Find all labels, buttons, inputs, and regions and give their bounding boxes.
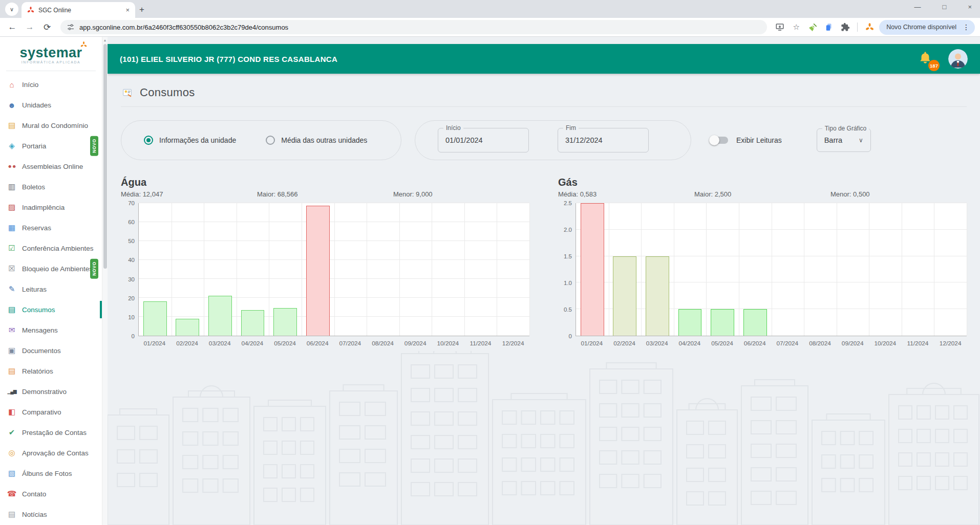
sidebar-item-documentos[interactable]: ▣Documentos xyxy=(0,340,102,361)
sidebar-item-label: Consumos xyxy=(22,306,55,314)
sidebar-item-mensagens[interactable]: ✉Mensagens xyxy=(0,320,102,340)
news-icon: ▤ xyxy=(7,510,17,519)
compare-icon: ◧ xyxy=(7,407,17,417)
tab-search-button[interactable]: ∨ xyxy=(5,3,18,16)
filters-bar: Informações da unidade Média das outras … xyxy=(121,120,967,160)
gridline-v xyxy=(641,203,642,336)
bar-04/2024 xyxy=(241,310,265,336)
browser-tab[interactable]: SGC Online × xyxy=(22,2,135,18)
sidebar-item-reservas[interactable]: ▦Reservas xyxy=(0,217,102,238)
gridline-v xyxy=(674,203,674,336)
chart-stat-menor: Menor: 0,500 xyxy=(830,190,967,198)
new-tab-button[interactable]: + xyxy=(139,5,144,15)
x-tick-label: 01/2024 xyxy=(576,340,608,347)
bookmark-star-icon[interactable]: ☆ xyxy=(790,20,803,34)
calendar-check-icon: ☑ xyxy=(7,244,17,253)
end-date-label: Fim xyxy=(563,124,579,132)
sidebar-scrollbar-thumb[interactable] xyxy=(103,44,107,269)
radio-informacoes-da-unidade[interactable]: Informações da unidade xyxy=(144,136,236,145)
exibir-leituras-toggle[interactable] xyxy=(711,137,728,144)
gridline-v xyxy=(837,203,837,336)
sidebar-item-mural-do-condominio[interactable]: ▤Mural do Condomínio xyxy=(0,115,102,136)
systemar-logo: systemar INFORMÁTICA APLICADA xyxy=(0,37,102,71)
brand-pinwheel-icon[interactable] xyxy=(863,20,876,34)
gridline-v xyxy=(432,203,432,336)
sidebar-item-inadimplencia[interactable]: ▨Inadimplência xyxy=(0,197,102,217)
forward-button[interactable]: → xyxy=(23,22,37,32)
chart-stat-menor: Menor: 9,000 xyxy=(393,190,529,198)
page-title: Consumos xyxy=(140,86,195,99)
url-text[interactable]: app.sgconline.com.br/6a2460f3cff630550b8… xyxy=(79,24,761,31)
radio-group-pill: Informações da unidade Média das outras … xyxy=(121,120,401,160)
radio-media-das-outras-unidades[interactable]: Média das outras unidades xyxy=(266,136,367,145)
end-date-field[interactable]: Fim 31/12/2024 xyxy=(558,128,649,152)
page-title-icon xyxy=(122,88,133,98)
address-bar[interactable]: app.sgconline.com.br/6a2460f3cff630550b8… xyxy=(60,20,767,34)
sidebar-item-portaria[interactable]: ◈PortariaNOVO xyxy=(0,136,102,156)
sidebar-item-unidades[interactable]: ☻Unidades xyxy=(0,95,102,115)
x-tick-label: 06/2024 xyxy=(301,340,334,347)
sidebar-item-label: Leituras xyxy=(22,286,47,293)
reload-button[interactable]: ⟳ xyxy=(40,22,54,33)
sidebar-item-leituras[interactable]: ✎Leituras xyxy=(0,279,102,299)
new-chrome-available-button[interactable]: Novo Chrome disponível ⋮ xyxy=(879,20,975,35)
user-avatar[interactable] xyxy=(948,49,968,69)
sidebar-item-prestacao-de-contas[interactable]: ✔Prestação de Contas xyxy=(0,422,102,443)
bar-05/2024 xyxy=(711,309,734,336)
gridline-v xyxy=(869,203,869,336)
reports-icon: ▤ xyxy=(7,366,17,376)
sidebar-item-inicio[interactable]: ⌂Início xyxy=(0,74,102,95)
plot-area xyxy=(576,203,967,336)
page-head: Consumos xyxy=(121,74,967,107)
sidebar-item-contato[interactable]: ☎Contato xyxy=(0,484,102,504)
sidebar-item-comparativo[interactable]: ◧Comparativo xyxy=(0,402,102,422)
chart-gas: GásMédia: 0,583Maior: 2,500Menor: 0,5000… xyxy=(558,177,967,347)
x-tick-label: 04/2024 xyxy=(236,340,269,347)
sidebar-item-noticias[interactable]: ▤Notícias xyxy=(0,504,102,524)
sidebar-item-consumos[interactable]: ▤Consumos xyxy=(0,299,102,320)
documents-icon: ▣ xyxy=(7,346,17,355)
chart-stat-maior: Maior: 2,500 xyxy=(694,190,830,198)
tab-title: SGC Online xyxy=(38,7,120,14)
extensions-puzzle-icon[interactable] xyxy=(839,20,852,34)
sidebar-item-assembleias-online[interactable]: ☻☻Assembleias Online xyxy=(0,156,102,177)
window-restore-icon[interactable]: □ xyxy=(940,3,950,11)
sidebar-item-relatorios[interactable]: ▤Relatórios xyxy=(0,361,102,381)
bar-02/2024 xyxy=(176,319,199,336)
sidebar-scrollbar[interactable]: ▲ xyxy=(102,37,108,525)
sidebar-item-albuns-de-fotos[interactable]: ▧Álbuns de Fotos xyxy=(0,463,102,484)
sidebar-item-bloqueio-de-ambientes[interactable]: ☒Bloqueio de AmbientesNOVO xyxy=(0,258,102,279)
barcode-icon: ▥ xyxy=(7,182,17,191)
back-button[interactable]: ← xyxy=(5,22,19,32)
sidebar-item-aprovacao-de-contas[interactable]: ◎Aprovação de Contas xyxy=(0,443,102,463)
sidebar-item-label: Boletos xyxy=(22,183,45,191)
cleaner-extension-icon[interactable] xyxy=(806,20,819,34)
gridline-v xyxy=(172,203,172,336)
sidebar-item-demonstrativo[interactable]: ▁▄▆Demonstrativo xyxy=(0,381,102,402)
gridline-v xyxy=(529,203,530,336)
install-app-icon[interactable] xyxy=(773,20,786,34)
people-icon: ☻☻ xyxy=(7,164,17,169)
notifications-button[interactable]: 187 xyxy=(918,50,933,68)
y-tick-label: 30 xyxy=(128,276,135,282)
sidebar-item-label: Inadimplência xyxy=(22,204,65,211)
start-date-field[interactable]: Início 01/01/2024 xyxy=(438,128,529,152)
scrollbar-up-icon[interactable]: ▲ xyxy=(102,37,108,42)
site-settings-icon[interactable] xyxy=(67,23,75,31)
window-controls: — □ × xyxy=(911,3,975,11)
gridline-v xyxy=(497,203,497,336)
window-minimize-icon[interactable]: — xyxy=(911,3,924,11)
chart-type-value: Barra xyxy=(824,136,842,144)
browser-menu-icon[interactable]: ⋮ xyxy=(960,23,973,31)
main-area: (101) ELIEL SILVERIO JR (777) COND RES C… xyxy=(108,37,980,525)
calendar-icon: ▦ xyxy=(7,223,17,232)
sidebar-item-conferencia-ambientes[interactable]: ☑Conferência Ambientes xyxy=(0,238,102,258)
window-close-icon[interactable]: × xyxy=(965,3,975,11)
gridline-v xyxy=(804,203,804,336)
tab-close-icon[interactable]: × xyxy=(124,6,131,14)
chart-type-select[interactable]: Tipo de Gráfico Barra ∨ xyxy=(817,128,871,152)
y-tick-label: 40 xyxy=(128,257,135,263)
coins-icon: ◎ xyxy=(7,448,17,457)
clipboard-extension-icon[interactable] xyxy=(822,20,836,34)
sidebar-item-boletos[interactable]: ▥Boletos xyxy=(0,177,102,197)
